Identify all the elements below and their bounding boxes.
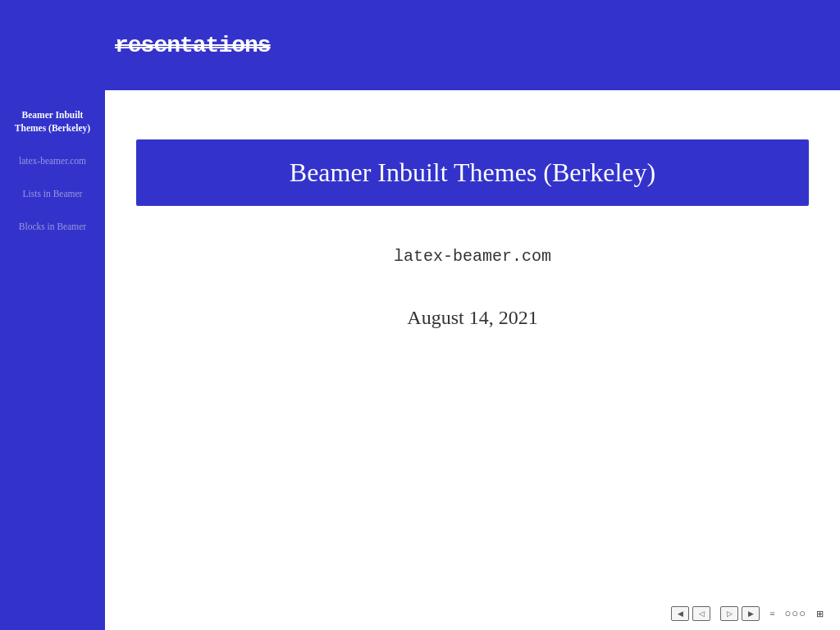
sidebar-item-latex-beamer[interactable]: latex-beamer.com	[0, 144, 105, 177]
bottom-navigation: ◀ ◁ ▷ ▶ ≡ ○○○ ⊞	[105, 597, 840, 630]
nav-dots[interactable]: ○○○	[784, 607, 806, 620]
nav-prev-start-button[interactable]: ◀	[671, 606, 689, 621]
sidebar-item-blocks-in-beamer[interactable]: Blocks in Beamer	[0, 210, 105, 243]
header-title: resentations	[115, 33, 271, 58]
slide-date: August 14, 2021	[407, 307, 537, 329]
slide-subtitle: latex-beamer.com	[394, 247, 551, 266]
sidebar-item-beamer-inbuilt-themes[interactable]: Beamer Inbuilt Themes (Berkeley)	[0, 98, 105, 144]
nav-prev-button[interactable]: ◁	[692, 606, 710, 621]
nav-align-icon[interactable]: ≡	[769, 609, 774, 619]
slide-title: Beamer Inbuilt Themes (Berkeley)	[136, 139, 809, 206]
sidebar: Beamer Inbuilt Themes (Berkeley) latex-b…	[0, 0, 105, 630]
nav-next-button[interactable]: ▷	[720, 606, 738, 621]
main-content: Beamer Inbuilt Themes (Berkeley) latex-b…	[105, 90, 840, 630]
sidebar-item-lists-in-beamer[interactable]: Lists in Beamer	[0, 177, 105, 210]
nav-next-end-button[interactable]: ▶	[742, 606, 760, 621]
top-header: resentations	[0, 0, 840, 90]
nav-expand-icon[interactable]: ⊞	[816, 609, 824, 619]
